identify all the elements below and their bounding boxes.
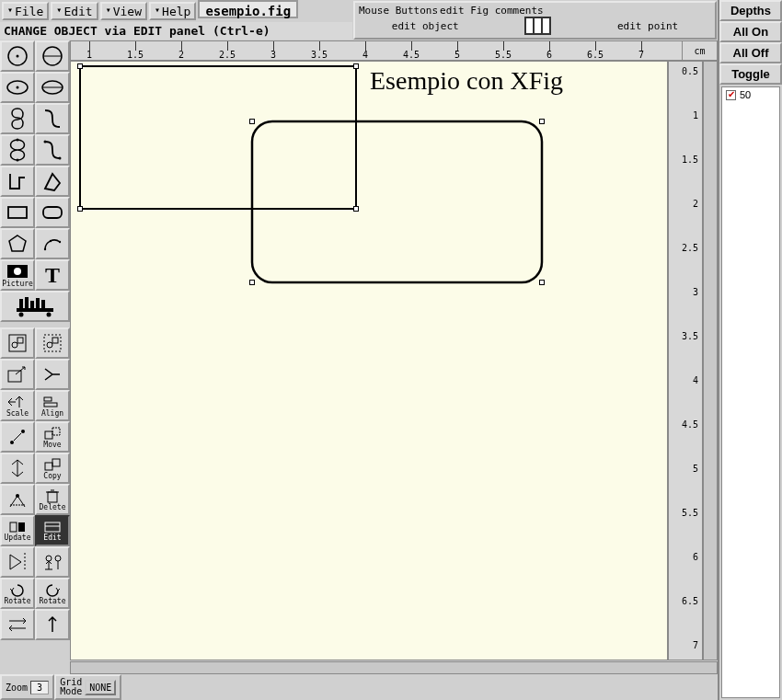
svg-point-32 — [47, 342, 52, 348]
selection-handle[interactable] — [77, 63, 83, 69]
menu-help[interactable]: ▾Help — [149, 2, 196, 20]
tool-open-compound[interactable] — [0, 359, 35, 390]
status-line: CHANGE OBJECT via EDIT panel (Ctrl-e) — [0, 22, 352, 40]
tool-picture[interactable]: Picture — [0, 259, 35, 291]
tool-copy[interactable]: Copy — [35, 453, 70, 484]
grid-mode-control[interactable]: Grid Mode NONE — [54, 674, 121, 700]
depth-item[interactable]: ✔50 — [722, 89, 779, 100]
svg-point-17 — [50, 240, 52, 242]
tool-ellipse-radius[interactable] — [0, 72, 35, 103]
tool-convert[interactable] — [0, 609, 35, 640]
tool-circle-radius[interactable] — [0, 40, 35, 72]
svg-point-9 — [17, 159, 19, 162]
toolbox: Picture T Scale Align Move Copy Delete U… — [0, 40, 70, 674]
canvas-text-object[interactable]: Esempio con XFig — [370, 66, 563, 96]
svg-point-19 — [14, 268, 21, 275]
svg-rect-39 — [45, 431, 52, 439]
svg-point-10 — [44, 141, 47, 143]
tool-add-point[interactable] — [0, 484, 35, 515]
selection-handle[interactable] — [539, 280, 545, 285]
ruler-horizontal: 11.522.533.544.555.566.57 cm — [70, 40, 718, 61]
tool-closed-spline[interactable] — [0, 103, 35, 134]
filename-display: esempio.fig — [198, 0, 298, 18]
svg-rect-36 — [44, 403, 57, 407]
svg-rect-42 — [52, 459, 60, 466]
tool-ellipse-diameter[interactable] — [35, 72, 70, 103]
mouse-icon — [524, 17, 551, 35]
selection-handle[interactable] — [539, 119, 545, 124]
menu-view[interactable]: ▾View — [100, 2, 147, 20]
tool-rotate-ccw[interactable]: Rotate — [35, 578, 70, 609]
selection-handle[interactable] — [249, 119, 255, 124]
tool-flip-v[interactable] — [0, 546, 35, 578]
svg-rect-23 — [30, 301, 34, 308]
tool-scale[interactable]: Scale — [0, 390, 35, 421]
zoom-control[interactable]: Zoom 3 — [0, 674, 54, 700]
svg-rect-52 — [80, 66, 356, 209]
svg-rect-21 — [19, 299, 23, 308]
ruler-vertical: 0.511.522.533.544.555.566.57 — [668, 61, 703, 660]
tool-glue-compound[interactable] — [0, 327, 35, 359]
tool-flip[interactable] — [0, 453, 35, 484]
svg-rect-45 — [10, 522, 17, 532]
svg-rect-25 — [41, 300, 45, 308]
tool-edit[interactable]: Edit — [35, 515, 70, 546]
selection-handle[interactable] — [353, 206, 359, 212]
tool-polyline[interactable] — [0, 166, 35, 197]
drawing-canvas[interactable]: Esempio con XFig — [70, 61, 668, 660]
tool-open-spline[interactable] — [35, 103, 70, 134]
tool-align[interactable]: Align — [35, 390, 70, 421]
tool-add-arrow[interactable] — [35, 609, 70, 640]
svg-point-51 — [55, 556, 61, 561]
menu-file[interactable]: ▾File — [2, 2, 49, 20]
tool-break-compound[interactable] — [35, 327, 70, 359]
tool-join-split[interactable] — [35, 359, 70, 390]
tool-update[interactable]: Update — [0, 515, 35, 546]
svg-point-5 — [17, 86, 19, 89]
tool-move-point[interactable] — [0, 421, 35, 453]
tool-move[interactable]: Move — [35, 421, 70, 453]
tool-polygon[interactable] — [35, 166, 70, 197]
depths-all-off[interactable]: All Off — [719, 42, 782, 63]
tool-text[interactable]: T — [35, 259, 70, 291]
svg-rect-33 — [52, 338, 58, 343]
mouse-hint-panel: Mouse Buttons edit Fig comments edit obj… — [353, 1, 717, 40]
tool-closed-interp-spline[interactable] — [0, 134, 35, 166]
svg-point-38 — [21, 430, 25, 433]
tool-arc[interactable] — [35, 228, 70, 259]
selection-handle[interactable] — [249, 280, 255, 285]
svg-point-11 — [59, 157, 62, 160]
svg-rect-40 — [52, 428, 60, 435]
svg-rect-44 — [48, 492, 57, 502]
svg-point-8 — [17, 139, 19, 142]
svg-rect-46 — [18, 522, 25, 532]
tool-delete[interactable]: Delete — [35, 484, 70, 515]
scrollbar-vertical[interactable] — [703, 61, 718, 660]
tool-arc-box[interactable] — [35, 197, 70, 228]
svg-rect-24 — [36, 298, 40, 308]
depths-toggle[interactable]: Toggle — [719, 63, 782, 85]
tool-rectangle[interactable] — [0, 197, 35, 228]
svg-rect-35 — [44, 397, 52, 401]
scrollbar-horizontal[interactable] — [70, 661, 718, 674]
svg-rect-13 — [43, 207, 62, 218]
svg-rect-34 — [8, 371, 21, 382]
tool-rotate-cw[interactable]: Rotate — [0, 578, 35, 609]
unit-display[interactable]: cm — [682, 41, 717, 60]
svg-rect-12 — [8, 207, 27, 218]
tool-regular-polygon[interactable] — [0, 228, 35, 259]
svg-point-26 — [19, 313, 24, 317]
tool-open-interp-spline[interactable] — [35, 134, 70, 166]
depths-all-on[interactable]: All On — [719, 21, 782, 42]
tool-flip-h[interactable] — [35, 546, 70, 578]
tool-circle-diameter[interactable] — [35, 40, 70, 72]
svg-point-29 — [12, 342, 17, 348]
depths-panel: Depths All On All Off Toggle ✔50 — [718, 0, 782, 700]
svg-rect-22 — [25, 297, 29, 308]
selection-handle[interactable] — [353, 63, 359, 69]
selection-handle[interactable] — [77, 206, 83, 212]
tool-library[interactable] — [0, 291, 70, 322]
menu-edit[interactable]: ▾Edit — [51, 2, 98, 20]
svg-point-16 — [59, 241, 61, 243]
svg-point-1 — [17, 55, 19, 58]
